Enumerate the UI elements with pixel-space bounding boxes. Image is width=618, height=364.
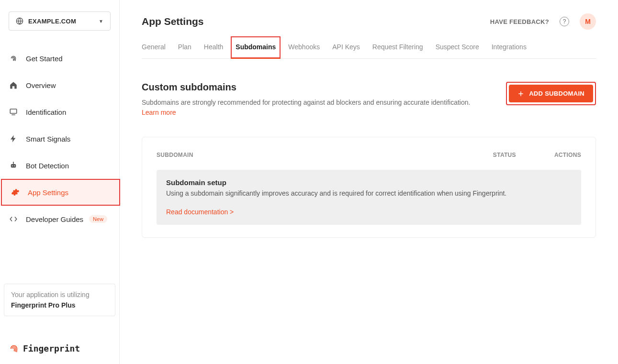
tab-health[interactable]: Health xyxy=(204,36,223,58)
fingerprint-icon xyxy=(9,54,18,63)
add-subdomain-label: ADD SUBDOMAIN xyxy=(529,90,584,97)
plan-intro-text: Your application is utilizing xyxy=(11,291,108,298)
nav-label: Overview xyxy=(26,81,56,89)
nav-bot-detection[interactable]: Bot Detection xyxy=(0,152,119,179)
site-selector-label: EXAMPLE.COM xyxy=(28,18,99,25)
tab-general[interactable]: General xyxy=(142,36,166,58)
tab-webhooks[interactable]: Webhooks xyxy=(288,36,320,58)
tab-api-keys[interactable]: API Keys xyxy=(332,36,360,58)
tab-subdomains[interactable]: Subdomains xyxy=(231,36,281,58)
site-selector[interactable]: EXAMPLE.COM ▼ xyxy=(9,11,111,31)
subdomains-card: SUBDOMAIN STATUS ACTIONS Subdomain setup… xyxy=(142,137,596,238)
tab-request-filtering[interactable]: Request Filtering xyxy=(372,36,423,58)
nav-smart-signals[interactable]: Smart Signals xyxy=(0,125,119,152)
feedback-link[interactable]: HAVE FEEDBACK? xyxy=(490,18,549,25)
table-header-row: SUBDOMAIN STATUS ACTIONS xyxy=(157,152,581,158)
avatar[interactable]: M xyxy=(580,13,596,30)
plus-icon xyxy=(517,90,524,97)
topbar-actions: HAVE FEEDBACK? ? M xyxy=(490,13,596,30)
brand-name-text: Fingerprint xyxy=(23,343,80,353)
nav-overview[interactable]: Overview xyxy=(0,72,119,99)
nav-get-started[interactable]: Get Started xyxy=(0,45,119,72)
section-title: Custom subdomains xyxy=(142,82,470,93)
fingerprint-logo-icon xyxy=(9,343,19,353)
section-description: Subdomains are strongly recommended for … xyxy=(142,98,470,118)
read-documentation-link[interactable]: Read documentation > xyxy=(166,208,234,216)
col-subdomain: SUBDOMAIN xyxy=(157,152,193,158)
plan-card: Your application is utilizing Fingerprin… xyxy=(4,284,115,316)
brand-logo: Fingerprint xyxy=(9,343,80,353)
code-icon xyxy=(9,214,18,224)
nav-label: App Settings xyxy=(28,188,68,197)
nav-label: Get Started xyxy=(26,55,63,63)
sidebar-nav: Get Started Overview Identification Smar… xyxy=(0,45,119,232)
globe-icon xyxy=(16,17,23,25)
col-status: STATUS xyxy=(493,152,516,158)
sidebar: EXAMPLE.COM ▼ Get Started Overview Ident… xyxy=(0,0,120,364)
home-icon xyxy=(9,80,18,90)
notice-body: Using a subdomain significantly improves… xyxy=(166,189,572,197)
gear-icon xyxy=(11,188,20,197)
tab-plan[interactable]: Plan xyxy=(178,36,191,58)
help-icon[interactable]: ? xyxy=(560,17,569,26)
new-badge: New xyxy=(89,215,107,223)
page-title: App Settings xyxy=(142,16,204,27)
subdomain-setup-notice: Subdomain setup Using a subdomain signif… xyxy=(157,170,581,225)
svg-rect-4 xyxy=(11,164,16,168)
notice-title: Subdomain setup xyxy=(166,178,572,187)
tab-suspect-score[interactable]: Suspect Score xyxy=(436,36,479,58)
col-actions: ACTIONS xyxy=(554,152,581,158)
bolt-icon xyxy=(9,134,18,143)
main-content: App Settings HAVE FEEDBACK? ? M General … xyxy=(120,0,618,364)
section-desc-text: Subdomains are strongly recommended for … xyxy=(142,99,470,106)
nav-label: Identification xyxy=(26,108,66,116)
nav-app-settings[interactable]: App Settings xyxy=(1,179,120,206)
nav-developer-guides[interactable]: Developer Guides New xyxy=(0,206,119,232)
svg-point-8 xyxy=(13,162,14,163)
settings-tabs: General Plan Health Subdomains Webhooks … xyxy=(142,36,596,59)
add-subdomain-highlight: ADD SUBDOMAIN xyxy=(506,82,596,105)
caret-down-icon: ▼ xyxy=(99,19,103,24)
learn-more-link[interactable]: Learn more xyxy=(142,109,176,116)
svg-point-5 xyxy=(12,165,13,166)
tab-integrations[interactable]: Integrations xyxy=(492,36,527,58)
svg-point-6 xyxy=(14,165,15,166)
svg-rect-2 xyxy=(10,109,17,113)
nav-label: Bot Detection xyxy=(26,162,69,170)
plan-name-text: Fingerprint Pro Plus xyxy=(11,301,108,309)
topbar: App Settings HAVE FEEDBACK? ? M xyxy=(142,13,596,30)
nav-label: Developer Guides xyxy=(26,215,83,223)
nav-label: Smart Signals xyxy=(26,135,70,143)
monitor-icon xyxy=(9,107,18,117)
nav-identification[interactable]: Identification xyxy=(0,99,119,125)
section-header: Custom subdomains Subdomains are strongl… xyxy=(142,82,596,118)
robot-icon xyxy=(9,161,18,170)
add-subdomain-button[interactable]: ADD SUBDOMAIN xyxy=(509,85,593,102)
